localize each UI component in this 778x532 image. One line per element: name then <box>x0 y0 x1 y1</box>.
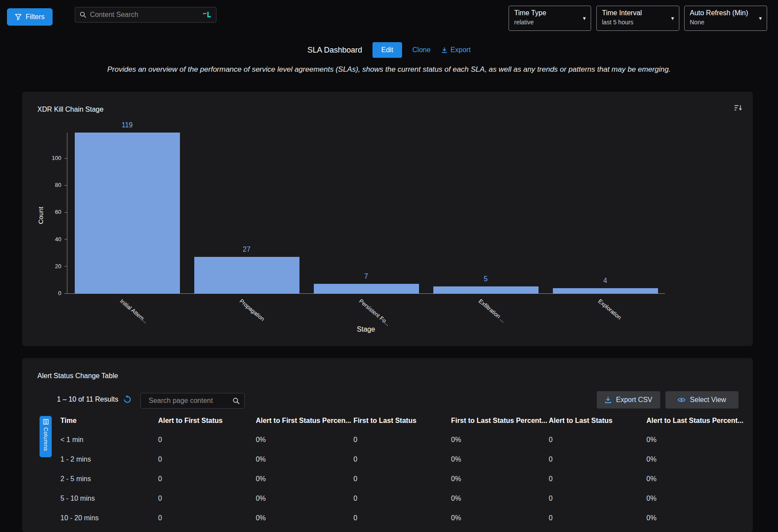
clone-link[interactable]: Clone <box>412 46 431 54</box>
export-link-label: Export <box>451 46 471 54</box>
column-header[interactable]: First to Last Status Percent... <box>451 417 549 425</box>
y-axis-tick-label: 0 <box>58 290 61 297</box>
bar-value-label: 5 <box>433 275 539 283</box>
table-cell: 0% <box>256 436 353 444</box>
chart-bar[interactable] <box>75 133 180 293</box>
chart-plot: 020406080100119Initial Attem...27Propaga… <box>67 133 665 294</box>
alert-status-change-card: Alert Status Change Table 1 – 10 of 11 R… <box>22 358 753 532</box>
table-row: 5 - 10 mins00%00%00% <box>60 489 744 508</box>
chart-bar[interactable] <box>433 286 539 293</box>
table-cell: 2 - 5 mins <box>60 475 158 483</box>
brand-logo-icon <box>202 11 212 18</box>
dashboard-header-row: SLA Dashboard Edit Clone Export <box>0 42 778 58</box>
filter-funnel-icon <box>15 13 22 20</box>
table-body: < 1 min00%00%00%1 - 2 mins00%00%00%2 - 5… <box>60 430 744 528</box>
sort-icon[interactable] <box>734 104 742 112</box>
page-title: SLA Dashboard <box>307 46 362 55</box>
column-header[interactable]: First to Last Status <box>353 417 451 425</box>
table-cell: 1 - 2 mins <box>60 456 158 463</box>
search-icon <box>233 397 240 405</box>
table-cell: 0 <box>549 514 647 522</box>
table-cell: 0 <box>158 514 256 522</box>
time-interval-value: last 5 hours <box>602 19 666 26</box>
table-cell: 0% <box>646 436 744 444</box>
y-axis-tick-mark <box>64 293 67 294</box>
x-axis-category-label: Exfiltration ... <box>477 298 506 324</box>
column-header[interactable]: Alert to Last Status <box>549 417 647 425</box>
filters-button[interactable]: Filters <box>7 8 53 26</box>
content-search-input[interactable] <box>86 11 202 19</box>
table-cell: 0% <box>646 495 744 502</box>
results-count-text: 1 – 10 of 11 Results <box>57 396 118 403</box>
bar-value-label: 27 <box>194 246 299 253</box>
column-header[interactable]: Alert to First Status <box>158 417 256 425</box>
dashboard-description: Provides an overview of the performance … <box>0 65 778 74</box>
table-cell: 0% <box>256 514 353 522</box>
auto-refresh-label: Auto Refresh (Min) <box>690 9 754 17</box>
columns-button[interactable]: Columns <box>40 416 52 457</box>
table-cell: 0% <box>451 475 549 483</box>
table-cell: 0 <box>549 475 647 483</box>
table-cell: 0 <box>353 436 451 444</box>
table-row: 10 - 20 mins00%00%00% <box>60 508 744 528</box>
table-cell: 0 <box>353 456 451 463</box>
auto-refresh-dropdown[interactable]: Auto Refresh (Min) None ▼ <box>684 6 767 31</box>
auto-refresh-value: None <box>690 19 754 26</box>
select-view-button[interactable]: Select View <box>665 391 738 409</box>
bar-value-label: 7 <box>314 273 419 280</box>
x-axis-title: Stage <box>67 326 665 333</box>
table-cell: 0 <box>158 495 256 502</box>
chevron-down-icon: ▼ <box>758 16 763 21</box>
table-row: 2 - 5 mins00%00%00% <box>60 469 744 489</box>
column-header[interactable]: Time <box>60 417 158 425</box>
export-csv-button[interactable]: Export CSV <box>597 391 660 409</box>
table-cell: 0% <box>646 514 744 522</box>
table-cell: 0% <box>646 475 744 483</box>
time-type-dropdown[interactable]: Time Type relative ▼ <box>509 6 591 31</box>
y-axis-tick-label: 80 <box>55 182 61 189</box>
search-icon <box>80 11 86 18</box>
chart-bar[interactable] <box>314 284 419 293</box>
time-type-value: relative <box>514 19 578 26</box>
chevron-down-icon: ▼ <box>670 16 675 21</box>
y-axis-title: Count <box>37 206 44 224</box>
table-row: 1 - 2 mins00%00%00% <box>60 449 744 469</box>
export-link[interactable]: Export <box>441 46 471 54</box>
table-cell: 0% <box>451 495 549 502</box>
column-header[interactable]: Alert to Last Status Percent... <box>646 417 744 425</box>
table-cell: 0 <box>353 495 451 502</box>
table-cell: 0 <box>549 436 647 444</box>
y-axis-tick-mark <box>64 266 67 266</box>
table-cell: 0% <box>451 436 549 444</box>
table-cell: 0% <box>256 475 353 483</box>
column-header[interactable]: Alert to First Status Percen... <box>256 417 353 425</box>
y-axis-tick-mark <box>64 212 67 213</box>
time-interval-dropdown[interactable]: Time Interval last 5 hours ▼ <box>596 6 679 31</box>
edit-button[interactable]: Edit <box>372 42 402 58</box>
xdr-kill-chain-card: XDR Kill Chain Stage Count 0204060801001… <box>22 92 753 346</box>
y-axis-tick-label: 60 <box>55 209 61 216</box>
chevron-down-icon: ▼ <box>582 16 587 21</box>
download-icon <box>441 47 448 53</box>
select-view-label: Select View <box>690 396 726 404</box>
refresh-icon[interactable] <box>123 396 131 403</box>
page-search-input[interactable] <box>145 397 233 405</box>
time-interval-label: Time Interval <box>602 9 666 17</box>
table-cell: 0 <box>549 456 647 463</box>
y-axis-tick-label: 100 <box>52 155 61 162</box>
alert-status-table: TimeAlert to First StatusAlert to First … <box>60 412 744 528</box>
y-axis-tick-label: 40 <box>55 236 61 243</box>
edit-button-label: Edit <box>381 46 393 54</box>
table-cell: 0 <box>353 475 451 483</box>
table-cell: 10 - 20 mins <box>60 514 158 522</box>
table-cell: 0% <box>256 456 353 463</box>
x-axis-category-label: Propagation <box>238 298 266 323</box>
table-cell: < 1 min <box>60 436 158 444</box>
table-cell: 0 <box>549 495 647 502</box>
table-cell: 0 <box>158 456 256 463</box>
table-cell: 0% <box>451 514 549 522</box>
chart-bar[interactable] <box>194 257 299 293</box>
y-axis-tick-mark <box>64 185 67 186</box>
content-search-box <box>75 7 216 23</box>
chart-bar[interactable] <box>553 288 658 293</box>
